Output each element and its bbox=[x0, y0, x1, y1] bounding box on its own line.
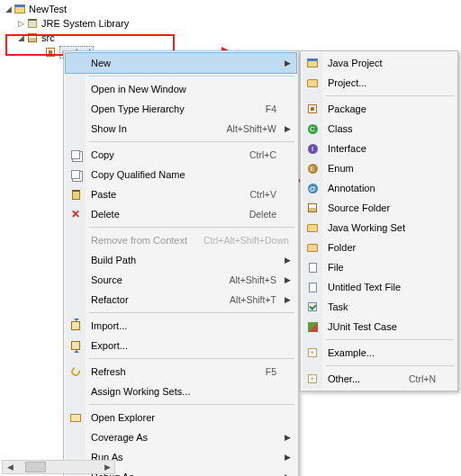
scroll-left-button[interactable]: ◀ bbox=[3, 461, 17, 473]
folder-icon bbox=[305, 240, 320, 255]
menu-separator bbox=[89, 227, 294, 228]
menu-item-java-working-set[interactable]: Java Working Set bbox=[303, 218, 456, 238]
submenu-arrow-icon: ▶ bbox=[285, 472, 291, 476]
interface-icon: I bbox=[305, 141, 320, 156]
task-icon bbox=[305, 300, 320, 314]
java-project-icon bbox=[13, 2, 27, 16]
menu-item-show-in[interactable]: Show InAlt+Shift+W▶ bbox=[66, 119, 296, 139]
class-icon: C bbox=[305, 121, 320, 136]
tree-node-src[interactable]: ◢ src bbox=[4, 31, 457, 45]
menu-separator bbox=[89, 76, 294, 76]
import-icon bbox=[68, 319, 83, 333]
menu-item-java-project[interactable]: Java Project bbox=[303, 53, 456, 73]
menu-separator bbox=[89, 358, 294, 359]
example-icon bbox=[305, 346, 320, 360]
menu-item-assign-working-sets[interactable]: Assign Working Sets... bbox=[66, 382, 296, 401]
caret-expanded-icon[interactable]: ◢ bbox=[4, 4, 13, 13]
tree-node-project[interactable]: ◢ NewTest bbox=[4, 2, 457, 16]
submenu-arrow-icon: ▶ bbox=[285, 256, 291, 265]
caret-collapsed-icon[interactable]: ▷ bbox=[16, 19, 25, 28]
menu-item-package[interactable]: Package bbox=[303, 99, 456, 119]
context-menu: New ▶ Open in New Window Open Type Hiera… bbox=[63, 50, 299, 476]
copy-icon bbox=[68, 148, 83, 162]
scroll-right-button[interactable]: ▶ bbox=[100, 461, 114, 473]
refresh-icon bbox=[68, 364, 83, 379]
tree-label: JRE System Library bbox=[41, 18, 129, 29]
package-icon bbox=[305, 102, 320, 116]
project-icon bbox=[305, 76, 320, 90]
source-folder-icon bbox=[305, 201, 320, 215]
caret-expanded-icon[interactable]: ◢ bbox=[16, 33, 25, 42]
menu-separator bbox=[89, 312, 294, 313]
menu-separator bbox=[89, 404, 294, 405]
enum-icon: E bbox=[305, 161, 320, 175]
source-folder-icon bbox=[25, 31, 40, 45]
submenu-arrow-icon: ▶ bbox=[285, 433, 291, 442]
menu-item-source[interactable]: SourceAlt+Shift+S▶ bbox=[66, 270, 296, 290]
menu-item-new[interactable]: New ▶ bbox=[66, 53, 296, 73]
menu-separator bbox=[326, 365, 454, 366]
working-set-icon bbox=[305, 220, 320, 235]
menu-item-paste[interactable]: PasteCtrl+V bbox=[66, 184, 296, 204]
menu-item-annotation[interactable]: @Annotation bbox=[303, 178, 456, 198]
tree-node-jre[interactable]: ▷ JRE System Library bbox=[4, 16, 457, 31]
menu-item-open-type-hierarchy[interactable]: Open Type HierarchyF4 bbox=[66, 99, 296, 119]
tree-label: NewTest bbox=[29, 4, 67, 14]
menu-item-open-new-window[interactable]: Open in New Window bbox=[66, 79, 296, 99]
menu-item-file[interactable]: File bbox=[303, 257, 456, 277]
tree-label: src bbox=[41, 32, 55, 43]
menu-item-copy[interactable]: CopyCtrl+C bbox=[66, 145, 296, 165]
menu-item-source-folder[interactable]: Source Folder bbox=[303, 198, 456, 218]
menu-item-coverage-as[interactable]: Coverage As▶ bbox=[66, 427, 296, 447]
copy-icon bbox=[68, 167, 83, 182]
export-icon bbox=[68, 338, 83, 353]
menu-item-example[interactable]: Example... bbox=[303, 343, 456, 363]
menu-item-export[interactable]: Export... bbox=[66, 336, 296, 355]
submenu-arrow-icon: ▶ bbox=[285, 453, 291, 462]
horizontal-scrollbar[interactable]: ◀ ▶ bbox=[2, 460, 115, 474]
menu-item-task[interactable]: Task bbox=[303, 297, 456, 317]
menu-item-project[interactable]: Project... bbox=[303, 73, 456, 93]
annotation-icon: @ bbox=[305, 181, 320, 195]
menu-item-open-explorer[interactable]: Open Explorer bbox=[66, 408, 296, 427]
delete-icon: ✕ bbox=[68, 207, 83, 221]
submenu-arrow-icon: ▶ bbox=[285, 275, 291, 284]
menu-separator bbox=[326, 95, 454, 96]
submenu-arrow-icon: ▶ bbox=[285, 58, 291, 67]
wizard-icon bbox=[305, 372, 320, 386]
scroll-thumb[interactable] bbox=[25, 462, 46, 472]
menu-separator bbox=[326, 339, 454, 340]
menu-item-refresh[interactable]: RefreshF5 bbox=[66, 362, 296, 382]
menu-item-import[interactable]: Import... bbox=[66, 316, 296, 336]
menu-item-other[interactable]: Other...Ctrl+N bbox=[303, 369, 456, 389]
text-file-icon bbox=[305, 280, 320, 294]
paste-icon bbox=[68, 187, 83, 202]
file-icon bbox=[305, 260, 320, 274]
submenu-arrow-icon: ▶ bbox=[285, 124, 291, 133]
menu-item-enum[interactable]: EEnum bbox=[303, 158, 456, 178]
menu-item-class[interactable]: CClass bbox=[303, 119, 456, 139]
folder-open-icon bbox=[68, 410, 83, 425]
library-icon bbox=[25, 16, 40, 31]
menu-item-untitled-text-file[interactable]: Untitled Text File bbox=[303, 277, 456, 297]
menu-item-refactor[interactable]: RefactorAlt+Shift+T▶ bbox=[66, 290, 296, 310]
menu-item-build-path[interactable]: Build Path▶ bbox=[66, 250, 296, 270]
menu-item-junit-test-case[interactable]: JUnit Test Case bbox=[303, 317, 456, 337]
menu-item-copy-qualified[interactable]: Copy Qualified Name bbox=[66, 165, 296, 184]
new-submenu: Java Project Project... Package CClass I… bbox=[300, 50, 458, 391]
scroll-track[interactable] bbox=[17, 461, 100, 473]
menu-item-delete[interactable]: ✕DeleteDelete bbox=[66, 204, 296, 224]
junit-icon bbox=[305, 319, 320, 334]
menu-separator bbox=[89, 141, 294, 142]
menu-item-remove-context: Remove from ContextCtrl+Alt+Shift+Down bbox=[66, 230, 296, 250]
package-icon bbox=[43, 45, 58, 59]
submenu-arrow-icon: ▶ bbox=[285, 295, 291, 304]
menu-item-folder[interactable]: Folder bbox=[303, 238, 456, 257]
menu-item-interface[interactable]: IInterface bbox=[303, 139, 456, 158]
java-project-icon bbox=[305, 56, 320, 70]
